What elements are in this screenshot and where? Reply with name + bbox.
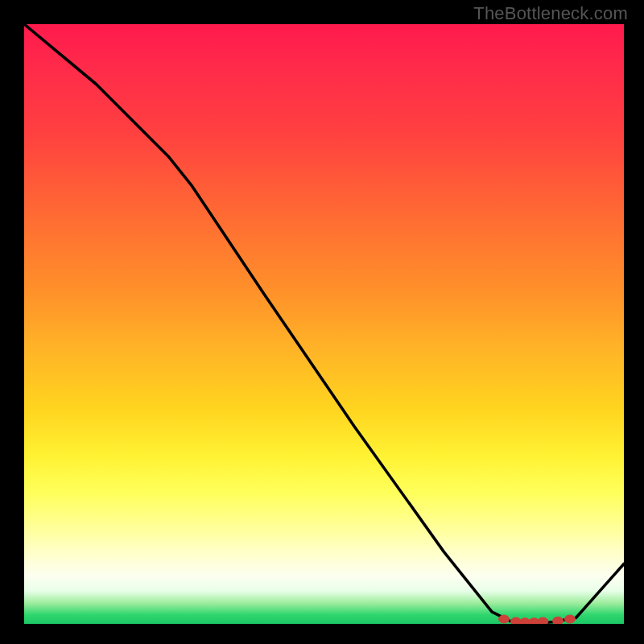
chart-marker — [553, 617, 564, 624]
chart-marker — [538, 617, 548, 624]
chart-curve — [24, 24, 624, 624]
chart-overlay — [24, 24, 624, 624]
chart-marker — [564, 615, 575, 623]
chart-marker — [499, 615, 510, 623]
attribution-text: TheBottleneck.com — [473, 3, 628, 24]
chart-plot-area — [24, 24, 624, 624]
